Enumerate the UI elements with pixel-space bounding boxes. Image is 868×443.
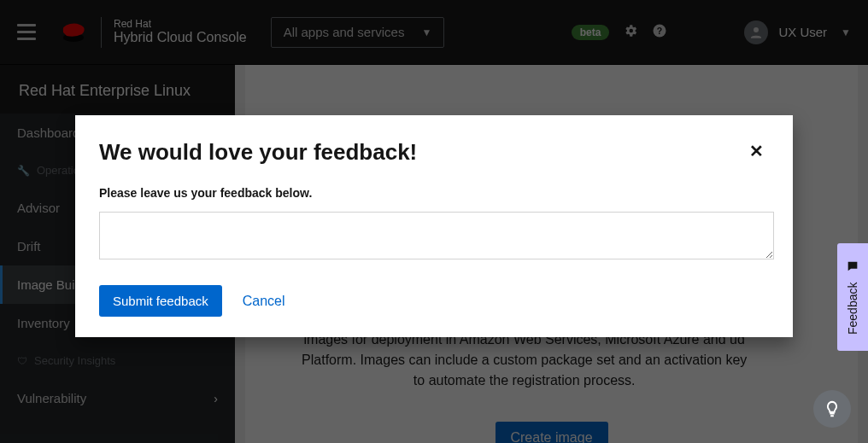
feedback-modal: We would love your feedback! ✕ Please le… <box>75 115 793 337</box>
chat-bubble-icon <box>846 259 859 273</box>
help-fab-button[interactable] <box>813 390 851 428</box>
modal-title: We would love your feedback! <box>99 139 417 166</box>
feedback-side-tab[interactable]: Feedback <box>837 243 868 351</box>
feedback-textarea[interactable] <box>99 212 774 259</box>
modal-subtitle: Please leave us your feedback below. <box>99 186 769 200</box>
lightbulb-icon <box>823 399 842 418</box>
submit-feedback-button[interactable]: Submit feedback <box>99 285 222 317</box>
feedback-tab-label: Feedback <box>846 282 859 334</box>
modal-close-button[interactable]: ✕ <box>744 139 769 163</box>
cancel-button[interactable]: Cancel <box>243 294 285 309</box>
